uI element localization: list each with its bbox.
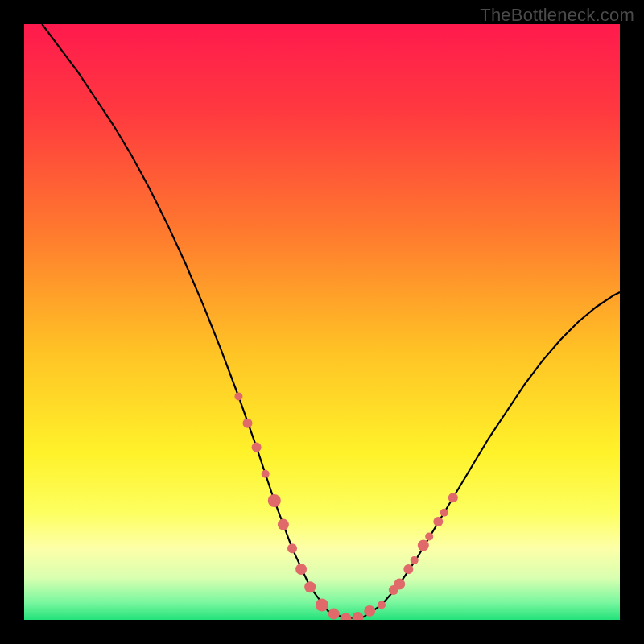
marker-point xyxy=(328,609,340,620)
marker-point xyxy=(262,470,270,478)
marker-point xyxy=(411,556,419,564)
marker-point xyxy=(287,543,297,553)
marker-point xyxy=(316,599,328,612)
marker-point xyxy=(448,493,458,502)
watermark-text: TheBottleneck.com xyxy=(480,5,634,26)
marker-point xyxy=(378,601,386,609)
marker-point xyxy=(268,494,281,507)
marker-point xyxy=(304,581,316,592)
bottleneck-chart xyxy=(24,24,620,620)
marker-point xyxy=(425,532,433,540)
marker-point xyxy=(394,579,405,590)
marker-point xyxy=(295,564,307,575)
marker-point xyxy=(440,509,448,517)
marker-point xyxy=(278,519,289,530)
marker-point xyxy=(234,393,242,401)
marker-point xyxy=(364,605,375,617)
chart-background xyxy=(24,24,620,620)
marker-point xyxy=(252,442,262,452)
marker-point xyxy=(243,419,253,428)
chart-frame xyxy=(24,24,620,620)
marker-point xyxy=(418,540,429,551)
marker-point xyxy=(403,564,413,574)
marker-point xyxy=(433,517,443,526)
